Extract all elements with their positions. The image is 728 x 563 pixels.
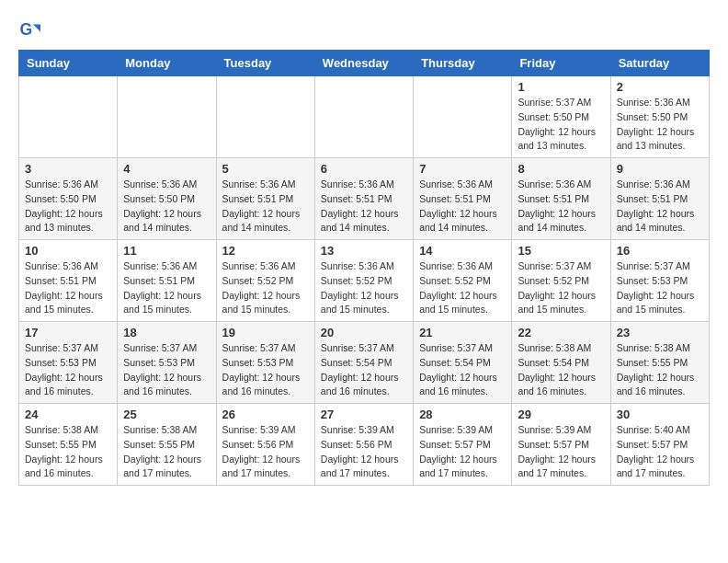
day-info: Sunrise: 5:36 AM Sunset: 5:51 PM Dayligh… [321,178,407,236]
day-info: Sunrise: 5:40 AM Sunset: 5:57 PM Dayligh… [617,423,703,481]
day-number: 6 [321,162,407,176]
calendar-cell: 15Sunrise: 5:37 AM Sunset: 5:52 PM Dayli… [512,240,610,322]
day-number: 11 [123,244,210,258]
day-number: 7 [419,162,506,176]
day-number: 12 [222,244,309,258]
day-number: 24 [25,408,111,421]
calendar-table: SundayMondayTuesdayWednesdayThursdayFrid… [18,50,710,486]
calendar-week-row: 1Sunrise: 5:37 AM Sunset: 5:50 PM Daylig… [19,76,710,158]
day-number: 26 [222,408,309,421]
calendar-cell: 6Sunrise: 5:36 AM Sunset: 5:51 PM Daylig… [314,158,413,240]
day-number: 30 [617,408,703,421]
calendar-cell: 27Sunrise: 5:39 AM Sunset: 5:56 PM Dayli… [314,404,413,486]
day-number: 8 [518,162,604,176]
day-info: Sunrise: 5:39 AM Sunset: 5:57 PM Dayligh… [518,423,604,481]
day-info: Sunrise: 5:37 AM Sunset: 5:53 PM Dayligh… [25,341,111,399]
calendar-cell: 21Sunrise: 5:37 AM Sunset: 5:54 PM Dayli… [414,322,512,404]
day-number: 13 [321,244,407,258]
calendar-cell: 23Sunrise: 5:38 AM Sunset: 5:55 PM Dayli… [610,322,709,404]
day-info: Sunrise: 5:36 AM Sunset: 5:52 PM Dayligh… [222,259,309,317]
weekday-header: Thursday [414,51,512,76]
day-number: 25 [123,408,210,421]
day-info: Sunrise: 5:36 AM Sunset: 5:51 PM Dayligh… [222,178,309,236]
day-info: Sunrise: 5:36 AM Sunset: 5:52 PM Dayligh… [321,259,407,317]
calendar-cell: 24Sunrise: 5:38 AM Sunset: 5:55 PM Dayli… [19,404,118,486]
day-info: Sunrise: 5:36 AM Sunset: 5:50 PM Dayligh… [617,96,703,154]
day-info: Sunrise: 5:36 AM Sunset: 5:50 PM Dayligh… [123,178,210,236]
calendar-week-row: 3Sunrise: 5:36 AM Sunset: 5:50 PM Daylig… [19,158,710,240]
calendar-cell: 25Sunrise: 5:38 AM Sunset: 5:55 PM Dayli… [118,404,216,486]
calendar-cell: 26Sunrise: 5:39 AM Sunset: 5:56 PM Dayli… [216,404,314,486]
day-number: 15 [518,244,604,258]
calendar-cell: 11Sunrise: 5:36 AM Sunset: 5:51 PM Dayli… [118,240,216,322]
day-number: 19 [222,326,309,339]
logo-icon: G [18,18,40,40]
weekday-header: Monday [118,51,216,76]
day-number: 2 [617,80,703,94]
calendar-cell [19,76,118,158]
day-info: Sunrise: 5:37 AM Sunset: 5:54 PM Dayligh… [321,341,407,399]
day-info: Sunrise: 5:36 AM Sunset: 5:51 PM Dayligh… [617,178,703,236]
day-info: Sunrise: 5:38 AM Sunset: 5:55 PM Dayligh… [123,423,210,481]
day-number: 28 [419,408,506,421]
calendar-cell: 20Sunrise: 5:37 AM Sunset: 5:54 PM Dayli… [314,322,413,404]
calendar-cell: 22Sunrise: 5:38 AM Sunset: 5:54 PM Dayli… [512,322,610,404]
day-number: 14 [419,244,506,258]
calendar-cell: 2Sunrise: 5:36 AM Sunset: 5:50 PM Daylig… [610,76,709,158]
day-number: 10 [25,244,111,258]
day-info: Sunrise: 5:39 AM Sunset: 5:56 PM Dayligh… [222,423,309,481]
calendar-cell: 16Sunrise: 5:37 AM Sunset: 5:53 PM Dayli… [610,240,709,322]
day-info: Sunrise: 5:36 AM Sunset: 5:51 PM Dayligh… [419,178,506,236]
calendar-cell: 10Sunrise: 5:36 AM Sunset: 5:51 PM Dayli… [19,240,118,322]
calendar-cell: 19Sunrise: 5:37 AM Sunset: 5:53 PM Dayli… [216,322,314,404]
calendar-week-row: 24Sunrise: 5:38 AM Sunset: 5:55 PM Dayli… [19,404,710,486]
calendar-cell: 28Sunrise: 5:39 AM Sunset: 5:57 PM Dayli… [414,404,512,486]
day-info: Sunrise: 5:37 AM Sunset: 5:53 PM Dayligh… [222,341,309,399]
day-info: Sunrise: 5:39 AM Sunset: 5:56 PM Dayligh… [321,423,407,481]
weekday-header: Friday [512,51,610,76]
day-info: Sunrise: 5:38 AM Sunset: 5:55 PM Dayligh… [25,423,111,481]
calendar-week-row: 10Sunrise: 5:36 AM Sunset: 5:51 PM Dayli… [19,240,710,322]
calendar-cell: 4Sunrise: 5:36 AM Sunset: 5:50 PM Daylig… [118,158,216,240]
weekday-header: Wednesday [314,51,413,76]
logo: G [18,18,44,40]
calendar-cell: 1Sunrise: 5:37 AM Sunset: 5:50 PM Daylig… [512,76,610,158]
day-info: Sunrise: 5:37 AM Sunset: 5:50 PM Dayligh… [518,96,604,154]
calendar-cell: 17Sunrise: 5:37 AM Sunset: 5:53 PM Dayli… [19,322,118,404]
day-number: 16 [617,244,703,258]
day-number: 21 [419,326,506,339]
day-number: 17 [25,326,111,339]
day-info: Sunrise: 5:36 AM Sunset: 5:51 PM Dayligh… [518,178,604,236]
calendar-cell [414,76,512,158]
weekday-header: Tuesday [216,51,314,76]
day-info: Sunrise: 5:39 AM Sunset: 5:57 PM Dayligh… [419,423,506,481]
calendar-cell: 29Sunrise: 5:39 AM Sunset: 5:57 PM Dayli… [512,404,610,486]
weekday-header: Saturday [610,51,709,76]
day-info: Sunrise: 5:37 AM Sunset: 5:52 PM Dayligh… [518,259,604,317]
calendar-cell: 30Sunrise: 5:40 AM Sunset: 5:57 PM Dayli… [610,404,709,486]
calendar-cell: 7Sunrise: 5:36 AM Sunset: 5:51 PM Daylig… [414,158,512,240]
day-number: 3 [25,162,111,176]
day-info: Sunrise: 5:37 AM Sunset: 5:53 PM Dayligh… [617,259,703,317]
calendar-header-row: SundayMondayTuesdayWednesdayThursdayFrid… [19,51,710,76]
day-number: 20 [321,326,407,339]
calendar-cell: 9Sunrise: 5:36 AM Sunset: 5:51 PM Daylig… [610,158,709,240]
svg-marker-1 [33,24,40,31]
calendar-cell: 12Sunrise: 5:36 AM Sunset: 5:52 PM Dayli… [216,240,314,322]
calendar-cell: 5Sunrise: 5:36 AM Sunset: 5:51 PM Daylig… [216,158,314,240]
day-info: Sunrise: 5:36 AM Sunset: 5:51 PM Dayligh… [25,259,111,317]
day-number: 5 [222,162,309,176]
calendar-cell: 3Sunrise: 5:36 AM Sunset: 5:50 PM Daylig… [19,158,118,240]
day-number: 27 [321,408,407,421]
day-info: Sunrise: 5:37 AM Sunset: 5:53 PM Dayligh… [123,341,210,399]
calendar-cell: 13Sunrise: 5:36 AM Sunset: 5:52 PM Dayli… [314,240,413,322]
calendar-cell [118,76,216,158]
day-info: Sunrise: 5:36 AM Sunset: 5:52 PM Dayligh… [419,259,506,317]
weekday-header: Sunday [19,51,118,76]
calendar-cell: 8Sunrise: 5:36 AM Sunset: 5:51 PM Daylig… [512,158,610,240]
day-number: 4 [123,162,210,176]
page-header: G [18,18,710,40]
day-info: Sunrise: 5:36 AM Sunset: 5:50 PM Dayligh… [25,178,111,236]
day-info: Sunrise: 5:37 AM Sunset: 5:54 PM Dayligh… [419,341,506,399]
calendar-cell [314,76,413,158]
